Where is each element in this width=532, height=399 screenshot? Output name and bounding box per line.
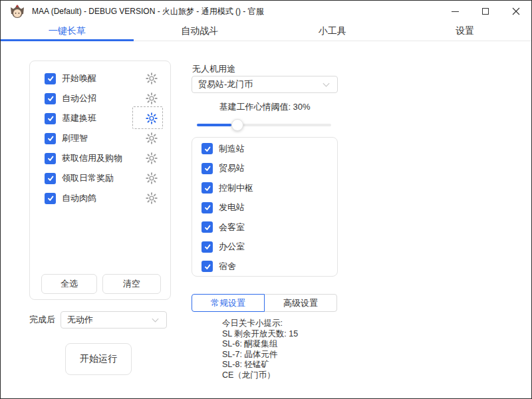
drone-usage-dropdown[interactable]: 贸易站-龙门币 <box>192 76 338 93</box>
checkbox[interactable] <box>201 202 213 213</box>
task-label: 获取信用及购物 <box>62 152 122 164</box>
facility-row-control: 控制中枢 <box>192 178 337 198</box>
task-row-recruit: 自动公招 <box>30 88 170 108</box>
task-row-wakeup: 开始唤醒 <box>30 68 170 88</box>
gear-icon[interactable] <box>146 132 158 144</box>
task-row-award: 领取日常奖励 <box>30 168 170 188</box>
after-completion-dropdown[interactable]: 无动作 <box>61 311 167 329</box>
focus-outline <box>132 106 163 129</box>
mood-threshold-slider[interactable] <box>197 118 331 132</box>
tab-farming[interactable]: 一键长草 <box>1 22 134 41</box>
advanced-settings-button[interactable]: 高级设置 <box>264 294 337 312</box>
task-rows: 开始唤醒 自动公招 基建换班 刷理智 <box>30 61 170 208</box>
checkbox[interactable] <box>45 193 56 204</box>
maximize-icon <box>482 8 489 15</box>
checkbox[interactable] <box>201 163 213 174</box>
facility-list-panel: 制造站 贸易站 控制中枢 发电站 会客室 <box>192 137 338 277</box>
task-label: 开始唤醒 <box>62 72 96 84</box>
gear-icon[interactable] <box>146 72 158 84</box>
task-label: 刷理智 <box>62 132 88 144</box>
after-completion-row: 完成后 无动作 <box>29 311 167 329</box>
task-label: 领取日常奖励 <box>62 172 114 184</box>
slider-thumb[interactable] <box>231 119 243 131</box>
gear-icon[interactable] <box>146 92 158 104</box>
minimize-button[interactable] <box>440 1 470 22</box>
facility-row-power: 发电站 <box>192 198 337 218</box>
tip-line: SL-6: 酮凝集组 <box>222 339 298 350</box>
tab-label: 小工具 <box>319 25 346 36</box>
window-controls <box>440 1 531 22</box>
checkbox[interactable] <box>45 133 56 144</box>
facility-label: 制造站 <box>219 143 245 155</box>
app-icon <box>9 3 25 19</box>
facility-label: 办公室 <box>219 241 245 253</box>
tab-copilot[interactable]: 自动战斗 <box>134 22 267 41</box>
facility-label: 控制中枢 <box>219 182 253 194</box>
stage-tips: 今日关卡小提示: SL 剩余开放天数: 15 SL-6: 酮凝集组 SL-7: … <box>222 319 298 380</box>
select-all-button[interactable]: 全选 <box>41 274 97 294</box>
task-row-mall: 获取信用及购物 <box>30 148 170 168</box>
task-label: 自动公招 <box>62 92 96 104</box>
settings-switch: 常规设置 高级设置 <box>192 294 337 312</box>
drone-usage-value: 贸易站-龙门币 <box>198 78 253 90</box>
facility-label: 宿舍 <box>219 261 236 273</box>
tip-line: 今日关卡小提示: <box>222 319 298 329</box>
tab-settings[interactable]: 设置 <box>399 22 532 41</box>
facility-row-reception: 会客室 <box>192 217 337 237</box>
after-completion-value: 无动作 <box>67 314 93 326</box>
tip-line: CE（龙门币） <box>222 370 298 381</box>
checkbox[interactable] <box>201 261 213 272</box>
checkbox[interactable] <box>45 73 56 84</box>
facility-row-manufacture: 制造站 <box>192 139 337 159</box>
close-button[interactable] <box>501 1 531 22</box>
drone-usage-label: 无人机用途 <box>192 63 235 75</box>
tip-line: SL-7: 晶体元件 <box>222 350 298 360</box>
mood-threshold-label: 基建工作心情阈值: 30% <box>192 101 338 113</box>
facility-label: 会客室 <box>219 221 245 233</box>
maximize-button[interactable] <box>470 1 501 22</box>
tab-label: 自动战斗 <box>181 25 218 36</box>
facility-label: 发电站 <box>219 201 245 213</box>
checkbox[interactable] <box>45 173 56 184</box>
main-content: 开始唤醒 自动公招 基建换班 刷理智 <box>1 41 531 398</box>
normal-settings-button[interactable]: 常规设置 <box>192 294 265 312</box>
task-list-panel: 开始唤醒 自动公招 基建换班 刷理智 <box>29 61 171 300</box>
app-window: MAA (Default) - DEBUG VERSION - 火山旅梦 - 通… <box>0 0 532 399</box>
window-title: MAA (Default) - DEBUG VERSION - 火山旅梦 - 通… <box>32 6 264 17</box>
gear-icon[interactable] <box>146 192 158 204</box>
checkbox[interactable] <box>45 153 56 164</box>
task-label: 基建换班 <box>62 112 96 124</box>
task-label: 自动肉鸽 <box>62 192 96 204</box>
after-completion-label: 完成后 <box>29 314 61 326</box>
task-row-roguelike: 自动肉鸽 <box>30 188 170 208</box>
checkbox[interactable] <box>45 113 56 124</box>
chevron-down-icon <box>150 315 160 325</box>
checkbox[interactable] <box>201 143 213 154</box>
checkbox[interactable] <box>201 221 213 233</box>
facility-row-dormitory: 宿舍 <box>192 257 337 277</box>
tab-label: 一键长草 <box>49 25 86 36</box>
facility-row-office: 办公室 <box>192 237 337 257</box>
gear-icon[interactable] <box>146 172 158 184</box>
facility-rows: 制造站 贸易站 控制中枢 发电站 会客室 <box>192 138 337 277</box>
slider-fill <box>197 124 231 126</box>
clear-button[interactable]: 清空 <box>102 274 161 294</box>
tab-label: 设置 <box>456 25 474 36</box>
facility-label: 贸易站 <box>219 162 245 174</box>
tab-bar: 一键长草 自动战斗 小工具 设置 <box>1 22 531 41</box>
chevron-down-icon <box>321 80 331 90</box>
minimize-icon <box>452 11 459 12</box>
task-row-fight: 刷理智 <box>30 128 170 148</box>
tip-line: SL 剩余开放天数: 15 <box>222 329 298 340</box>
checkbox[interactable] <box>201 241 213 253</box>
close-icon <box>512 7 520 15</box>
tab-tools[interactable]: 小工具 <box>266 22 399 41</box>
checkbox[interactable] <box>201 182 213 194</box>
gear-icon[interactable] <box>146 152 158 164</box>
start-run-button[interactable]: 开始运行 <box>65 343 132 375</box>
facility-row-trade: 贸易站 <box>192 159 337 179</box>
checkbox[interactable] <box>45 93 56 104</box>
tip-line: SL-8: 轻锰矿 <box>222 360 298 370</box>
title-bar: MAA (Default) - DEBUG VERSION - 火山旅梦 - 通… <box>1 1 531 22</box>
